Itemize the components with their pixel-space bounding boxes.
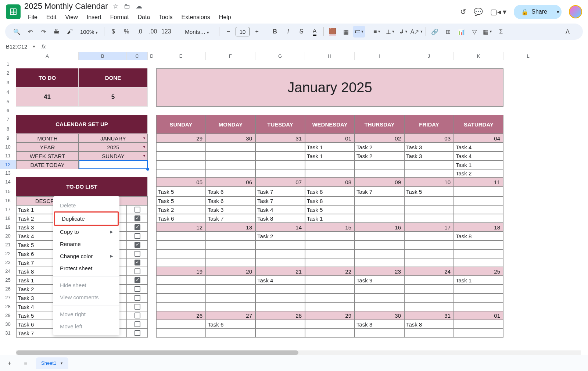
cell[interactable] xyxy=(156,302,206,311)
cell[interactable] xyxy=(305,320,355,329)
cell[interactable]: SUNDAY▼ xyxy=(79,151,148,160)
comment-icon[interactable]: 💬 xyxy=(474,7,483,16)
italic-icon[interactable]: I xyxy=(282,26,294,38)
ctx-change-color[interactable]: Change color▶ xyxy=(53,250,119,262)
font-inc-icon[interactable]: + xyxy=(251,26,263,38)
cell[interactable] xyxy=(355,258,404,267)
cell[interactable] xyxy=(404,285,454,293)
cell[interactable] xyxy=(404,160,454,169)
cell[interactable]: Task 7 xyxy=(206,214,255,223)
functions-icon[interactable]: Σ xyxy=(495,26,507,38)
cell[interactable]: CALENDAR SET UP xyxy=(16,115,148,134)
cloud-icon[interactable]: ☁ xyxy=(136,2,142,10)
zoom-select[interactable]: 100%▼ xyxy=(77,29,101,35)
cell[interactable] xyxy=(127,205,148,214)
cell[interactable]: 31 xyxy=(255,134,305,143)
cell[interactable] xyxy=(404,232,454,240)
cell[interactable]: 12 xyxy=(156,223,206,232)
cell[interactable]: 28 xyxy=(255,311,305,320)
cell[interactable]: DATE TODAY xyxy=(16,160,79,169)
cell[interactable]: Task 3 xyxy=(404,151,454,160)
filter-icon[interactable]: ▽ xyxy=(469,26,480,38)
cell[interactable]: Task 4 xyxy=(454,151,503,160)
cell[interactable] xyxy=(206,232,255,240)
checkbox[interactable] xyxy=(135,215,140,221)
history-icon[interactable]: ↺ xyxy=(460,7,466,16)
paint-format-icon[interactable]: 🖌 xyxy=(64,26,76,38)
cell[interactable]: 15 xyxy=(305,223,355,232)
cell[interactable] xyxy=(454,258,503,267)
cell[interactable] xyxy=(255,240,305,249)
cell[interactable] xyxy=(127,223,148,232)
cell[interactable] xyxy=(355,329,404,338)
cell[interactable]: 14 xyxy=(255,223,305,232)
cell[interactable]: THURSDAY xyxy=(355,115,404,134)
cell[interactable] xyxy=(305,293,355,302)
cell[interactable]: JANUARY▼ xyxy=(79,134,148,143)
dec-increase-icon[interactable]: .00 xyxy=(147,26,159,38)
cell[interactable]: Task 6 xyxy=(156,214,206,223)
cell[interactable] xyxy=(305,240,355,249)
cell[interactable] xyxy=(305,169,355,177)
cell[interactable] xyxy=(355,302,404,311)
cell[interactable]: Task 5 xyxy=(305,205,355,214)
menu-file[interactable]: File xyxy=(24,13,41,22)
cell[interactable] xyxy=(206,240,255,249)
cell[interactable]: DONE xyxy=(79,68,148,88)
cell[interactable]: SUNDAY xyxy=(156,115,206,134)
cell[interactable]: Task 6 xyxy=(206,196,255,205)
valign-icon[interactable]: ⊥▼ xyxy=(384,26,396,38)
cell[interactable]: Task 6 xyxy=(206,320,255,329)
cell[interactable] xyxy=(127,267,148,276)
cell[interactable]: WEEK START xyxy=(16,151,79,160)
cell[interactable] xyxy=(127,276,148,285)
cell[interactable] xyxy=(156,160,206,169)
cell[interactable]: 24 xyxy=(404,267,454,276)
cell[interactable] xyxy=(127,302,148,311)
avatar[interactable] xyxy=(569,5,582,18)
text-color-icon[interactable]: A xyxy=(309,26,320,38)
cell[interactable] xyxy=(255,320,305,329)
cell[interactable] xyxy=(404,249,454,258)
cell[interactable] xyxy=(156,258,206,267)
ctx-copy-to[interactable]: Copy to▶ xyxy=(53,226,119,238)
horizontal-scrollbar[interactable] xyxy=(16,350,581,355)
cell[interactable] xyxy=(404,240,454,249)
cell[interactable] xyxy=(404,302,454,311)
cell[interactable] xyxy=(454,302,503,311)
undo-icon[interactable]: ↶ xyxy=(24,26,36,38)
column-headers[interactable]: ABCDEFGHIJKL xyxy=(16,52,588,60)
cell[interactable] xyxy=(206,285,255,293)
cell[interactable] xyxy=(255,151,305,160)
cell[interactable]: Task 2 xyxy=(355,143,404,151)
cell[interactable]: 30 xyxy=(206,134,255,143)
cell[interactable] xyxy=(305,302,355,311)
cell[interactable] xyxy=(404,205,454,214)
chart-icon[interactable]: 📊 xyxy=(455,26,467,38)
cell[interactable]: 29 xyxy=(305,311,355,320)
cell[interactable]: FRIDAY xyxy=(404,115,454,134)
cell[interactable] xyxy=(404,214,454,223)
cell[interactable] xyxy=(156,276,206,285)
cell[interactable]: 10 xyxy=(404,177,454,187)
cell[interactable] xyxy=(156,293,206,302)
cell[interactable] xyxy=(355,240,404,249)
row-headers[interactable]: 1234567891011121314151617181920212223242… xyxy=(0,60,16,338)
cell[interactable] xyxy=(454,320,503,329)
cell[interactable] xyxy=(454,240,503,249)
cell[interactable]: 01 xyxy=(454,311,503,320)
insert-comment-icon[interactable]: ⊞ xyxy=(442,26,454,38)
cell[interactable]: TUESDAY xyxy=(255,115,305,134)
cell[interactable] xyxy=(127,320,148,329)
cell[interactable] xyxy=(305,276,355,285)
cell[interactable]: Task 4 xyxy=(454,143,503,151)
cell[interactable] xyxy=(206,151,255,160)
checkbox[interactable] xyxy=(135,224,140,230)
cell[interactable] xyxy=(404,196,454,205)
cell[interactable]: Task 4 xyxy=(255,276,305,285)
cell[interactable]: Task 1 xyxy=(454,160,503,169)
checkbox[interactable] xyxy=(135,313,140,318)
percent-icon[interactable]: % xyxy=(121,26,132,38)
menu-edit[interactable]: Edit xyxy=(43,13,60,22)
cell[interactable]: Task 2 xyxy=(255,232,305,240)
